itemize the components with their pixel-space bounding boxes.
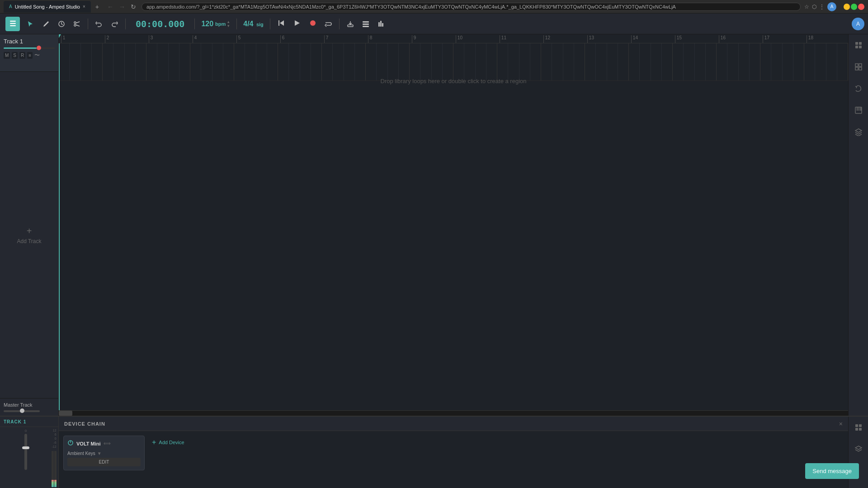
tab-close-btn[interactable]: × bbox=[83, 4, 85, 9]
waveform-btn[interactable]: 〜 bbox=[34, 52, 40, 59]
divider-2 bbox=[125, 19, 126, 29]
skip-back-btn[interactable] bbox=[275, 18, 288, 30]
sidebar-grid-icon[interactable] bbox=[851, 60, 866, 74]
grid-cell-29 bbox=[377, 43, 387, 80]
track-volume-knob[interactable] bbox=[37, 46, 41, 50]
cursor-tool-btn[interactable] bbox=[24, 19, 37, 29]
svg-rect-28 bbox=[859, 428, 862, 431]
more-btn[interactable]: ⋮ bbox=[819, 4, 825, 10]
playhead-line bbox=[59, 43, 60, 410]
vertical-fader[interactable] bbox=[24, 434, 27, 470]
active-tab[interactable]: A Untitled Song - Amped Studio × bbox=[4, 1, 91, 13]
svg-rect-11 bbox=[382, 23, 383, 27]
grid-cell-3 bbox=[92, 43, 103, 80]
clock-tool-btn[interactable] bbox=[55, 19, 68, 29]
svg-rect-14 bbox=[855, 46, 858, 48]
solo-btn[interactable]: S bbox=[12, 52, 18, 59]
grid-cell-18 bbox=[256, 43, 267, 80]
add-track-btn[interactable]: + Add Track bbox=[0, 72, 58, 398]
ruler-mark-6: 6 bbox=[280, 35, 285, 43]
bpm-unit: bpm bbox=[215, 21, 226, 27]
track-settings-btn[interactable]: ≡ bbox=[27, 52, 33, 59]
time-signature[interactable]: 4/4 sig bbox=[241, 20, 265, 28]
divider-1 bbox=[88, 19, 88, 29]
grid-cell-46 bbox=[563, 43, 574, 80]
track-1-lane[interactable] bbox=[59, 43, 848, 81]
device-power-btn[interactable] bbox=[67, 440, 74, 447]
app-logo[interactable]: ☰ bbox=[5, 17, 20, 31]
record-arm-btn[interactable]: R bbox=[19, 52, 25, 59]
master-volume-slider[interactable] bbox=[4, 410, 40, 412]
grid-cell-19 bbox=[267, 43, 278, 80]
send-message-btn[interactable]: Send message bbox=[805, 463, 859, 479]
playhead-marker bbox=[59, 34, 61, 38]
ruler-mark-9: 9 bbox=[412, 35, 416, 43]
meter-bar-left bbox=[52, 451, 54, 487]
svg-point-4 bbox=[310, 20, 316, 26]
mute-btn[interactable]: M bbox=[4, 52, 10, 59]
fader-handle[interactable] bbox=[22, 446, 29, 449]
sidebar-undo-icon[interactable] bbox=[851, 81, 866, 96]
grid-cell-21 bbox=[289, 43, 300, 80]
export-btn[interactable] bbox=[344, 19, 357, 29]
divider-4 bbox=[236, 19, 237, 29]
svg-rect-13 bbox=[859, 42, 862, 45]
bottom-sidebar-icon-1[interactable] bbox=[851, 420, 866, 435]
undo-btn[interactable] bbox=[93, 19, 105, 29]
grid-cell-65 bbox=[771, 43, 782, 80]
refresh-btn[interactable]: ↻ bbox=[129, 3, 138, 10]
loop-btn[interactable] bbox=[322, 19, 335, 29]
device-midi-icon: ⟺ bbox=[104, 441, 111, 446]
bottom-sidebar-icon-2[interactable] bbox=[851, 442, 866, 456]
svg-rect-19 bbox=[859, 67, 862, 70]
browser-chrome: A Untitled Song - Amped Studio × + ← → ↻… bbox=[0, 0, 868, 14]
master-volume-thumb[interactable] bbox=[20, 408, 24, 413]
add-device-btn[interactable]: + Add Device bbox=[149, 436, 187, 449]
mix-btn[interactable] bbox=[375, 19, 387, 29]
forward-btn[interactable]: → bbox=[117, 3, 127, 10]
ruler-mark-13: 13 bbox=[587, 35, 594, 43]
device-edit-btn[interactable]: EDIT bbox=[67, 458, 141, 466]
grid-cell-59 bbox=[706, 43, 717, 80]
window-controls: − □ × bbox=[844, 4, 864, 10]
svg-rect-21 bbox=[857, 107, 858, 111]
device-item-header: VOLT Mini ⟺ bbox=[67, 440, 141, 447]
sidebar-layers-icon[interactable] bbox=[851, 125, 866, 139]
timeline-scrollbar[interactable] bbox=[59, 410, 848, 416]
track-lanes-container: Drop library loops here or double click … bbox=[59, 43, 848, 410]
sidebar-piano-icon[interactable] bbox=[851, 103, 866, 117]
close-btn[interactable]: × bbox=[858, 4, 864, 10]
record-btn[interactable] bbox=[307, 18, 319, 30]
pencil-tool-btn[interactable] bbox=[40, 19, 52, 29]
new-tab-btn[interactable]: + bbox=[93, 2, 102, 11]
device-preset-arrow[interactable]: ▼ bbox=[97, 451, 102, 456]
bpm-arrows[interactable]: ▲▼ bbox=[226, 20, 230, 28]
grid-cell-1 bbox=[70, 43, 80, 80]
user-avatar-main[interactable]: A bbox=[852, 18, 864, 30]
track-1-grid bbox=[59, 43, 848, 80]
url-bar[interactable]: app.ampedstudio.com/?_gl=1*zkt20c*_ga*MT… bbox=[142, 3, 801, 11]
minimize-btn[interactable]: − bbox=[844, 4, 850, 10]
play-btn[interactable] bbox=[290, 17, 304, 31]
ruler-mark-16: 16 bbox=[719, 35, 726, 43]
maximize-btn[interactable]: □ bbox=[851, 4, 857, 10]
bookmark-btn[interactable]: ☆ bbox=[804, 4, 809, 10]
svg-rect-10 bbox=[380, 21, 382, 27]
grid-cell-25 bbox=[333, 43, 344, 80]
redo-btn[interactable] bbox=[108, 19, 121, 29]
back-btn[interactable]: ← bbox=[105, 3, 115, 10]
extensions-btn[interactable]: ⬡ bbox=[812, 4, 816, 10]
scissors-tool-btn[interactable] bbox=[71, 19, 83, 29]
grid-cell-38 bbox=[476, 43, 486, 80]
bpm-display[interactable]: 120 bpm ▲▼ bbox=[199, 20, 232, 28]
ruler-mark-4: 4 bbox=[193, 35, 197, 43]
scrollbar-thumb[interactable] bbox=[59, 411, 72, 416]
device-chain-close-btn[interactable]: × bbox=[839, 420, 843, 427]
fader-db-label: 0 bbox=[25, 429, 27, 433]
sidebar-browse-icon[interactable] bbox=[851, 38, 866, 52]
arrange-btn[interactable] bbox=[359, 19, 372, 29]
grid-cell-33 bbox=[420, 43, 431, 80]
track-headers: Track 1 M S R ≡ 〜 + Add Track bbox=[0, 34, 59, 416]
user-avatar[interactable]: A bbox=[827, 2, 836, 11]
svg-rect-7 bbox=[363, 23, 369, 25]
